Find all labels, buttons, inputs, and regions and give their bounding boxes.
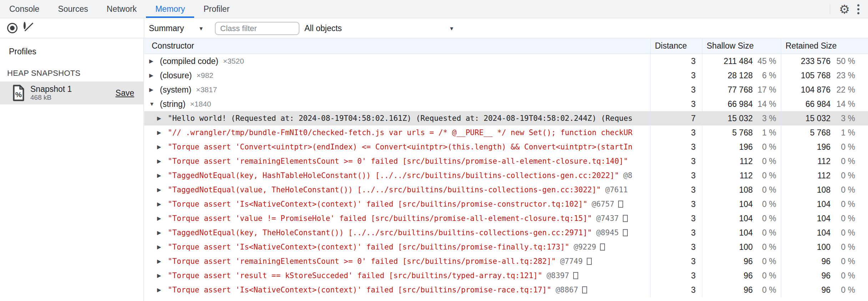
disclosure-triangle-icon[interactable] [157, 125, 168, 140]
disclosure-triangle-icon[interactable] [157, 197, 168, 211]
distance-cell: 3 [650, 211, 702, 226]
shallow-size-percent: 0 % [753, 140, 776, 154]
shallow-size-percent: 0 % [753, 197, 776, 211]
retained-size-percent: 3 % [831, 111, 855, 125]
distance-cell: 7 [650, 111, 702, 125]
shallow-size-cell: 96 0 % [702, 283, 781, 297]
shallow-size-percent: 0 % [753, 226, 776, 240]
grid-header: Constructor Distance Shallow Size Retain… [144, 38, 868, 54]
table-row[interactable]: "Torque assert 'value != PromiseHole' fa… [144, 211, 868, 226]
retained-size-cell: 104 0 % [781, 211, 868, 226]
clear-profiles-button[interactable] [24, 23, 26, 28]
object-id: @8397 [546, 268, 569, 283]
object-id: @7437 [596, 211, 619, 226]
snapshot-list-item[interactable]: % Snapshot 1 468 kB Save [0, 82, 143, 104]
disclosure-triangle-icon[interactable] [157, 226, 168, 240]
table-row[interactable]: "Torque assert 'Is<NativeContext>(contex… [144, 283, 868, 297]
shallow-size-cell: 5 768 1 % [702, 125, 781, 140]
table-row[interactable]: (compiled code) ×3520 3 211 484 45 % 233… [144, 54, 868, 68]
column-header-constructor[interactable]: Constructor [144, 38, 650, 54]
constructor-cell: "Torque assert 'Is<NativeContext>(contex… [144, 197, 650, 211]
shallow-size-value: 28 128 [702, 68, 753, 83]
shallow-size-cell: 104 0 % [702, 211, 781, 226]
constructor-cell: (system) ×3817 [144, 83, 650, 97]
retained-size-value: 100 [781, 240, 831, 254]
heap-snapshots-section-label: HEAP SNAPSHOTS [0, 56, 143, 82]
retained-size-cell: 96 0 % [781, 268, 868, 283]
table-row[interactable]: "Hello world! (Requested at: 2024-08-19T… [144, 111, 868, 125]
disclosure-triangle-icon[interactable] [157, 240, 168, 254]
retained-size-value: 104 [781, 211, 831, 226]
table-row[interactable]: "Torque assert 'Convert<uintptr>(endInde… [144, 140, 868, 154]
table-row[interactable]: (system) ×3817 3 77 768 17 % 104 876 22 … [144, 83, 868, 97]
sidebar-title: Profiles [0, 38, 143, 56]
disclosure-triangle-icon[interactable] [149, 54, 160, 68]
shallow-size-cell: 112 0 % [702, 154, 781, 168]
retained-size-value: 105 768 [781, 68, 831, 83]
shallow-size-cell: 100 0 % [702, 240, 781, 254]
memory-toolbar: Summary ▼ All objects ▼ [0, 18, 868, 38]
table-row[interactable]: "Torque assert 'Is<NativeContext>(contex… [144, 240, 868, 254]
table-row[interactable]: (string) ×1840 3 66 984 14 % 66 984 14 % [144, 97, 868, 111]
disclosure-triangle-icon[interactable] [157, 254, 168, 268]
record-heap-snapshot-button[interactable] [7, 23, 17, 33]
tab-label: Sources [58, 4, 88, 14]
more-options-button[interactable] [854, 1, 868, 17]
shallow-size-value: 5 768 [702, 125, 753, 140]
table-row[interactable]: "TaggedNotEqual(key, HashTableHoleConsta… [144, 168, 868, 183]
table-row[interactable]: "Torque assert 'result == kStoreSucceded… [144, 268, 868, 283]
save-snapshot-link[interactable]: Save [116, 88, 134, 98]
retained-size-cell: 66 984 14 % [781, 97, 868, 111]
constructor-cell: "Torque assert 'value != PromiseHole' fa… [144, 211, 650, 226]
instance-count: ×982 [196, 68, 213, 83]
disclosure-triangle-icon[interactable] [149, 97, 160, 111]
table-row[interactable]: "TaggedNotEqual(value, TheHoleConstant()… [144, 183, 868, 197]
disclosure-triangle-icon[interactable] [149, 68, 160, 83]
missing-glyph-box [623, 229, 628, 236]
disclosure-triangle-icon[interactable] [157, 140, 168, 154]
constructor-cell: (string) ×1840 [144, 97, 650, 111]
shallow-size-percent: 45 % [753, 54, 776, 68]
class-filter-input[interactable] [215, 22, 299, 35]
tab-memory[interactable]: Memory [146, 0, 194, 18]
constructor-cell: "Torque assert 'Convert<uintptr>(endInde… [144, 140, 650, 154]
shallow-size-percent: 0 % [753, 254, 776, 268]
settings-button[interactable]: ⚙ [835, 1, 854, 17]
distance-cell: 3 [650, 168, 702, 183]
disclosure-triangle-icon[interactable] [157, 183, 168, 197]
tab-sources[interactable]: Sources [49, 0, 97, 18]
disclosure-triangle-icon[interactable] [157, 268, 168, 283]
disclosure-triangle-icon[interactable] [157, 283, 168, 297]
table-row[interactable]: (closure) ×982 3 28 128 6 % 105 768 23 % [144, 68, 868, 83]
table-row[interactable]: "TaggedNotEqual(key, TheHoleConstant()) … [144, 226, 868, 240]
column-header-distance[interactable]: Distance [650, 38, 702, 54]
constructor-cell: (compiled code) ×3520 [144, 54, 650, 68]
disclosure-triangle-icon[interactable] [157, 168, 168, 183]
snapshot-file-icon: % [12, 85, 25, 101]
disclosure-triangle-icon[interactable] [149, 83, 160, 97]
missing-glyph-box [618, 201, 623, 208]
disclosure-triangle-icon[interactable] [157, 111, 168, 125]
constructor-text: "Hello world! (Requested at: 2024-08-19T… [168, 111, 632, 125]
tab-profiler[interactable]: Profiler [194, 0, 239, 18]
disclosure-triangle-icon[interactable] [157, 154, 168, 168]
column-header-retained-size[interactable]: Retained Size [781, 38, 868, 54]
column-header-shallow-size[interactable]: Shallow Size [702, 38, 781, 54]
shallow-size-percent: 0 % [753, 154, 776, 168]
tab-console[interactable]: Console [0, 0, 49, 18]
shallow-size-percent: 0 % [753, 268, 776, 283]
retained-size-value: 104 [781, 197, 831, 211]
distance-cell: 3 [650, 268, 702, 283]
table-row[interactable]: "Torque assert 'remainingElementsCount >… [144, 254, 868, 268]
shallow-size-value: 112 [702, 154, 753, 168]
table-row[interactable]: "Torque assert 'Is<NativeContext>(contex… [144, 197, 868, 211]
table-row[interactable]: "// .wrangler/tmp/bundle-FmNIt0/checked-… [144, 125, 868, 140]
object-id: @6757 [592, 197, 614, 211]
constructor-text: "Torque assert 'value != PromiseHole' fa… [168, 211, 592, 226]
missing-glyph-box [623, 215, 628, 222]
table-row[interactable]: "Torque assert 'remainingElementsCount >… [144, 154, 868, 168]
disclosure-triangle-icon[interactable] [157, 211, 168, 226]
tab-network[interactable]: Network [97, 0, 146, 18]
shallow-size-value: 104 [702, 211, 753, 226]
kebab-menu-icon [857, 4, 859, 14]
